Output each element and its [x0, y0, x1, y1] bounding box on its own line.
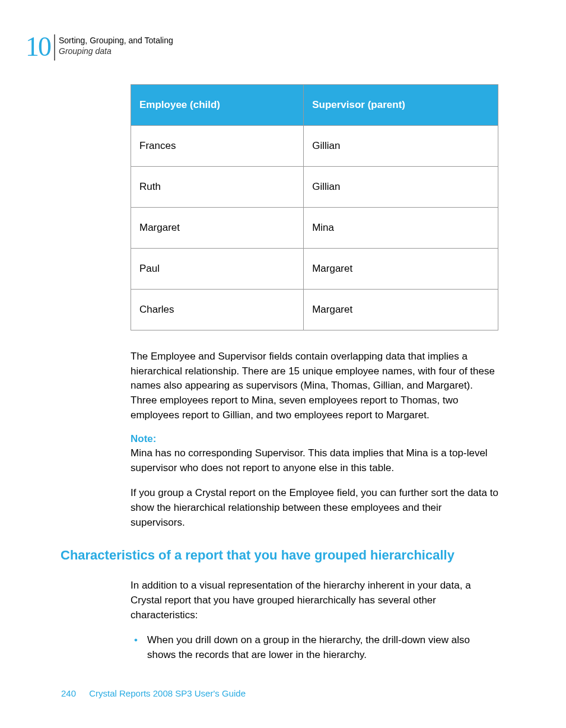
- section-title: Grouping data: [59, 46, 173, 56]
- table-cell-supervisor: Gillian: [304, 126, 498, 167]
- footer-title: Crystal Reports 2008 SP3 User's Guide: [89, 688, 246, 698]
- page-header: 10 Sorting, Grouping, and Totaling Group…: [26, 33, 173, 61]
- note-text: Mina has no corresponding Supervisor. Th…: [131, 446, 498, 475]
- table-cell-employee: Frances: [131, 126, 304, 167]
- page-footer: 240 Crystal Reports 2008 SP3 User's Guid…: [61, 688, 246, 698]
- table-header-employee: Employee (child): [131, 85, 304, 126]
- list-item: When you drill down on a group in the hi…: [131, 633, 498, 662]
- table-cell-supervisor: Margaret: [304, 290, 498, 330]
- table-cell-employee: Margaret: [131, 208, 304, 249]
- page-number: 240: [61, 688, 76, 698]
- table-header-supervisor: Supervisor (parent): [304, 85, 498, 126]
- header-divider: [54, 34, 55, 61]
- table-row: Frances Gillian: [131, 126, 498, 167]
- table-cell-supervisor: Mina: [304, 208, 498, 249]
- table-header-row: Employee (child) Supervisor (parent): [131, 85, 498, 126]
- employee-supervisor-table: Employee (child) Supervisor (parent) Fra…: [131, 84, 498, 330]
- body-paragraph: In addition to a visual representation o…: [131, 578, 498, 622]
- body-paragraph: The Employee and Supervisor fields conta…: [131, 349, 498, 422]
- table-cell-supervisor: Gillian: [304, 167, 498, 208]
- chapter-number: 10: [26, 33, 50, 61]
- note-label: Note:: [131, 433, 498, 445]
- section-heading: Characteristics of a report that you hav…: [61, 548, 498, 563]
- table-cell-employee: Ruth: [131, 167, 304, 208]
- table-cell-employee: Charles: [131, 290, 304, 330]
- table-row: Charles Margaret: [131, 290, 498, 330]
- table-row: Margaret Mina: [131, 208, 498, 249]
- table-cell-employee: Paul: [131, 249, 304, 290]
- table-row: Paul Margaret: [131, 249, 498, 290]
- body-paragraph: If you group a Crystal report on the Emp…: [131, 486, 498, 530]
- chapter-title: Sorting, Grouping, and Totaling: [59, 35, 173, 46]
- table-row: Ruth Gillian: [131, 167, 498, 208]
- main-content: Employee (child) Supervisor (parent) Fra…: [131, 84, 498, 669]
- bullet-list: When you drill down on a group in the hi…: [131, 633, 498, 662]
- header-text-block: Sorting, Grouping, and Totaling Grouping…: [59, 33, 173, 56]
- table-cell-supervisor: Margaret: [304, 249, 498, 290]
